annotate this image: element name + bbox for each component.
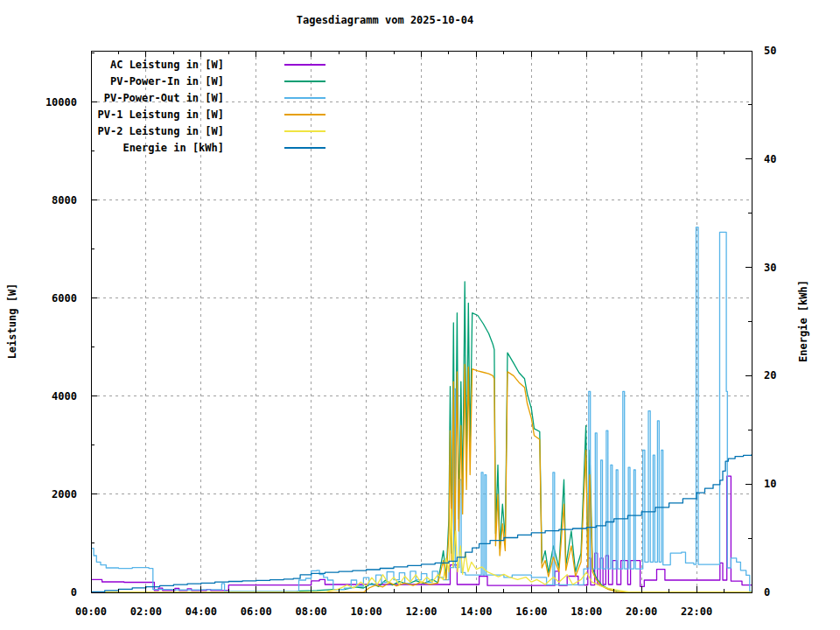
legend-item: AC Leistung in [W]: [91, 56, 326, 73]
legend-line-swatch: [284, 130, 326, 132]
legend-line-swatch: [284, 64, 326, 66]
x-tick-label: 08:00: [296, 606, 327, 618]
legend-line-swatch: [284, 97, 326, 99]
x-tick-label: 02:00: [130, 606, 162, 618]
y-right-tick-label: 20: [764, 369, 776, 382]
legend-item: Energie in [kWh]: [91, 139, 326, 156]
y-right-tick-label: 10: [764, 478, 776, 490]
x-tick-label: 18:00: [570, 606, 602, 618]
x-tick-label: 16:00: [515, 606, 547, 618]
y-right-tick-label: 30: [764, 262, 776, 274]
legend-line-swatch: [284, 114, 326, 116]
y-left-tick-label: 8000: [52, 194, 77, 206]
legend: AC Leistung in [W]PV-Power-In in [W]PV-P…: [91, 56, 326, 156]
x-tick-label: 14:00: [460, 606, 492, 618]
x-tick-label: 20:00: [626, 606, 657, 618]
legend-item: PV-2 Leistung in [W]: [91, 122, 326, 139]
y-left-tick-label: 10000: [46, 96, 77, 108]
legend-label: PV-1 Leistung in [W]: [91, 108, 224, 121]
legend-item: PV-Power-Out in [W]: [91, 89, 326, 106]
legend-line-swatch: [284, 147, 326, 149]
x-tick-label: 10:00: [351, 606, 382, 618]
legend-line-swatch: [284, 80, 326, 82]
y-left-tick-label: 0: [71, 586, 77, 598]
y-left-tick-label: 6000: [52, 292, 77, 304]
x-tick-label: 06:00: [241, 606, 272, 618]
y-right-tick-label: 0: [764, 586, 770, 598]
y-right-tick-label: 40: [764, 153, 776, 165]
legend-label: AC Leistung in [W]: [91, 59, 224, 71]
x-tick-label: 04:00: [186, 606, 217, 618]
legend-label: PV-Power-Out in [W]: [91, 92, 224, 104]
y-left-tick-label: 4000: [52, 390, 77, 402]
y-right-tick-label: 50: [764, 45, 776, 57]
x-tick-label: 22:00: [681, 606, 712, 618]
legend-label: Energie in [kWh]: [91, 142, 224, 154]
y-left-tick-label: 2000: [52, 488, 77, 500]
right-axis-label: Energie [kWh]: [797, 216, 809, 426]
legend-item: PV-1 Leistung in [W]: [91, 106, 326, 122]
chart-canvas: 00:0002:0004:0006:0008:0010:0012:0014:00…: [0, 0, 840, 630]
x-tick-label: 00:00: [75, 606, 107, 618]
legend-item: PV-Power-In in [W]: [91, 73, 326, 89]
left-axis-label: Leistung [W]: [6, 216, 18, 426]
legend-label: PV-Power-In in [W]: [91, 75, 224, 88]
chart-title: Tagesdiagramm vom 2025-10-04: [0, 14, 770, 26]
legend-label: PV-2 Leistung in [W]: [91, 125, 224, 137]
x-tick-label: 12:00: [405, 606, 437, 618]
